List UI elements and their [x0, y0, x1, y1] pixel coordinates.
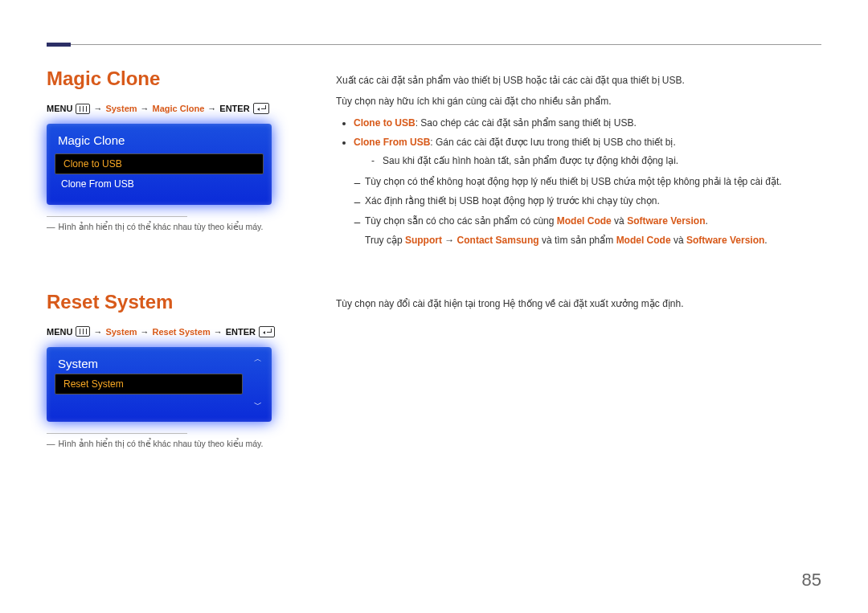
arrow-icon: →: [141, 104, 149, 113]
menu-icon: [76, 104, 90, 114]
note-text: ―Hình ảnh hiển thị có thể khác nhau tùy …: [47, 439, 288, 448]
text-frag-hl: Model Code: [557, 215, 612, 227]
section-title: Reset System: [47, 291, 288, 313]
note-text: ―Hình ảnh hiển thị có thể khác nhau tùy …: [47, 222, 288, 231]
section-magic-clone: Magic Clone MENU → System → Magic Clone …: [47, 67, 821, 254]
text-frag: và tìm sản phẩm: [539, 235, 616, 246]
bullet-label: Clone From USB: [354, 137, 430, 148]
text-frag: và: [612, 215, 627, 227]
bullet-label: Clone to USB: [354, 117, 416, 129]
chevron-down-icon[interactable]: ﹀: [254, 401, 262, 409]
description-magic-clone: Xuất các cài đặt sản phẩm vào thiết bị U…: [336, 67, 821, 254]
osd-item-reset-system[interactable]: Reset System: [55, 374, 243, 394]
arrow-icon: →: [141, 327, 149, 337]
dash-note: Xác định rằng thiết bị USB hoạt động hợp…: [354, 193, 821, 209]
text-frag-hl: Contact Samsung: [457, 235, 539, 246]
text-frag-hl: Model Code: [616, 235, 671, 246]
divider: [47, 216, 187, 217]
top-rule: [47, 44, 821, 45]
breadcrumb-magic-clone: Magic Clone: [153, 104, 205, 113]
bullet-clone-to-usb: Clone to USB: Sao chép các cài đặt sản p…: [354, 115, 821, 131]
breadcrumb-enter: ENTER: [219, 104, 249, 113]
desc-line: Tùy chọn này hữu ích khi gán cùng cài đặ…: [336, 93, 821, 109]
arrow-icon: →: [93, 104, 102, 113]
osd-panel-magic-clone: Magic Clone Clone to USB Clone From USB: [47, 124, 272, 205]
osd-title: Magic Clone: [53, 130, 265, 153]
chevron-up-icon[interactable]: ︿: [254, 355, 262, 363]
desc-line: Tùy chọn này đổi cài đặt hiện tại trong …: [336, 296, 821, 312]
menu-icon: [76, 326, 90, 337]
osd-item-clone-from-usb[interactable]: Clone From USB: [53, 174, 265, 194]
text-frag: .: [706, 215, 708, 227]
text-frag-hl: Software Version: [686, 235, 764, 246]
text-frag-hl: Software Version: [627, 215, 705, 227]
breadcrumb-menu: MENU: [47, 104, 72, 113]
bullet-text: : Gán các cài đặt được lưu trong thiết b…: [430, 137, 675, 148]
text-frag: và: [671, 235, 686, 246]
text-frag: →: [442, 235, 457, 246]
osd-panel-system: System Reset System ︿ ﹀: [47, 347, 272, 422]
sub-bullet: Sau khi đặt cấu hình hoàn tất, sản phẩm …: [371, 153, 821, 169]
sub-line: Truy cập Support → Contact Samsung và tì…: [365, 232, 821, 248]
bullet-text: : Sao chép các cài đặt sản phẩm sang thi…: [416, 117, 637, 129]
text-frag-hl: Support: [405, 235, 442, 246]
dash-note: Tùy chọn có thể không hoạt động hợp lý n…: [354, 174, 821, 190]
dash-note: Tùy chọn sẵn có cho các sản phẩm có cùng…: [354, 213, 821, 249]
breadcrumb-enter: ENTER: [226, 327, 256, 337]
breadcrumb-reset-system: Reset System: [153, 327, 211, 337]
text-frag: Tùy chọn sẵn có cho các sản phẩm có cùng: [365, 215, 557, 227]
osd-title: System: [53, 353, 244, 374]
breadcrumb-system: System: [105, 104, 137, 113]
enter-icon: [253, 103, 269, 114]
page-number: 85: [802, 570, 821, 591]
enter-icon: [259, 326, 275, 337]
description-reset-system: Tùy chọn này đổi cài đặt hiện tại trong …: [336, 291, 821, 448]
breadcrumb: MENU → System → Reset System → ENTER: [47, 326, 288, 337]
note-label: Hình ảnh hiển thị có thể khác nhau tùy t…: [59, 439, 264, 448]
arrow-icon: →: [207, 104, 216, 113]
divider: [47, 433, 187, 434]
breadcrumb-system: System: [105, 327, 137, 337]
text-frag: Truy cập: [365, 235, 405, 246]
osd-item-clone-to-usb[interactable]: Clone to USB: [55, 153, 264, 174]
breadcrumb: MENU → System → Magic Clone → ENTER: [47, 103, 288, 114]
section-title: Magic Clone: [47, 67, 288, 90]
text-frag: .: [764, 235, 767, 246]
bullet-clone-from-usb: Clone From USB: Gán các cài đặt được lưu…: [354, 134, 821, 169]
section-reset-system: Reset System MENU → System → Reset Syste…: [47, 291, 821, 448]
arrow-icon: →: [214, 327, 223, 337]
arrow-icon: →: [93, 327, 102, 337]
breadcrumb-menu: MENU: [47, 327, 72, 337]
desc-line: Xuất các cài đặt sản phẩm vào thiết bị U…: [336, 72, 821, 88]
note-label: Hình ảnh hiển thị có thể khác nhau tùy t…: [59, 222, 264, 231]
